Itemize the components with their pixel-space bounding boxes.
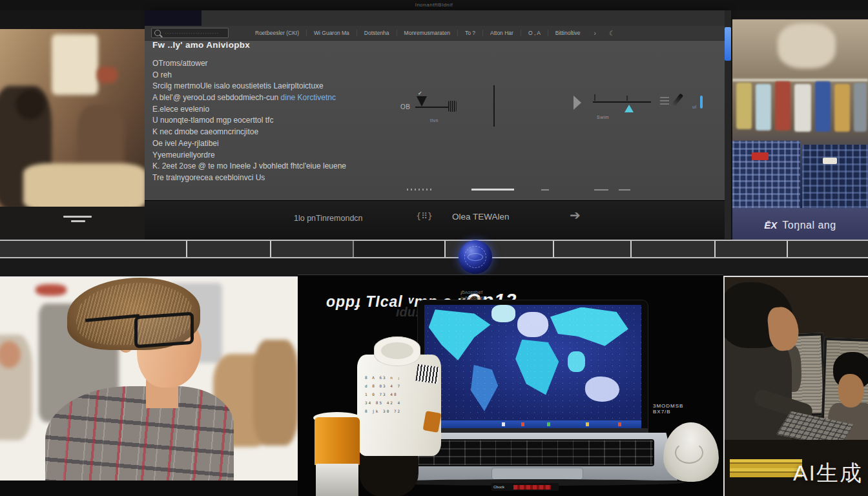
band-divider: [787, 241, 788, 257]
tick-mark: [594, 94, 595, 101]
texture: [823, 158, 837, 164]
band-divider: [630, 241, 632, 257]
status-left-text: 1lo pnTinremondcn: [294, 214, 363, 223]
menu-item-4[interactable]: Monremusmaraten: [397, 30, 457, 36]
dark-strip: [0, 258, 868, 276]
texture: [854, 83, 867, 132]
texture: [52, 34, 98, 95]
person2-face: [838, 374, 864, 408]
menu-item-5[interactable]: To ?: [457, 30, 482, 36]
tiny-top-title: InonantftBldnif: [415, 2, 453, 8]
laptop-hinge: [417, 428, 648, 433]
status-center-text: Olea TEWAlen: [452, 212, 510, 222]
text-line-with-link: A blel'@ yerooLod sebdodmiech-cun dine K…: [152, 92, 514, 104]
right-panel: ĒX Toŋnal ang: [732, 19, 868, 242]
slider-left-label: OB: [400, 103, 410, 110]
note-line: BX7/B: [653, 409, 683, 415]
menu-item-8[interactable]: Bittinoltive: [548, 30, 588, 36]
small-note-text: 3MODMSB BX7/B: [653, 403, 683, 415]
ruler-segment-highlight[interactable]: [471, 189, 514, 191]
menu-item-1[interactable]: Roetbeesler (CKI): [248, 30, 306, 36]
glowing-orb-icon[interactable]: [459, 240, 492, 274]
cafe-photo: [0, 29, 145, 207]
brand-logo: ĒX: [764, 220, 777, 231]
plaid-shirt: [45, 386, 234, 480]
texture: [775, 81, 790, 130]
inline-link[interactable]: dine Korctivetnc: [281, 93, 336, 102]
canister-cap: [374, 336, 420, 366]
laptop-keyboard: [417, 439, 654, 466]
forward-arrow-icon[interactable]: ➔: [570, 207, 581, 223]
text-line: Yyemeuriellyordre: [152, 150, 514, 161]
scrollbar-thumb[interactable]: [725, 27, 731, 61]
layers-icon[interactable]: [660, 97, 669, 105]
taskbar-item: [586, 422, 589, 426]
grip-icon[interactable]: [448, 101, 457, 112]
chevron-right-icon[interactable]: ›: [588, 30, 603, 37]
canister-label-text: 8 A 63 n ; d 8 03 4 7 1 0 73 48 34 85 42…: [365, 373, 413, 415]
slider-left-marker-icon[interactable]: [417, 96, 427, 107]
hamburger-icon[interactable]: [71, 220, 85, 222]
check-icon: ✓: [418, 90, 422, 96]
ruler-segment: [619, 189, 630, 191]
hamburger-icon[interactable]: [63, 216, 92, 218]
document-body: OTroms/attower O reh Srcilg mertmoUle is…: [152, 58, 514, 184]
play-marker-icon[interactable]: [574, 96, 581, 110]
sticker-red-stripe: [513, 485, 551, 490]
text-line: K nec dmobe caeomncrincjitoe: [152, 127, 514, 138]
menu-item-3[interactable]: Dotstenha: [356, 30, 397, 36]
band-divider: [444, 241, 446, 257]
text-line: K. 2eet 2ose @ te mo Ineele J vbohledt f…: [152, 161, 514, 172]
window-tab[interactable]: [145, 10, 202, 26]
ai-watermark: AI生成: [793, 459, 863, 488]
texture: [756, 84, 771, 130]
menu-item-2[interactable]: Wi Guaron Ma: [306, 30, 356, 36]
taskbar-item: [618, 422, 621, 426]
search-input[interactable]: [163, 30, 225, 37]
blue-bar-icon[interactable]: [700, 96, 703, 108]
mug-base: [316, 464, 358, 496]
workers-photo: AI生成: [723, 276, 868, 496]
barcode: [415, 364, 439, 384]
label-row: 8 jk 30 72: [365, 407, 413, 415]
scrollbar-track[interactable]: [725, 10, 731, 239]
vertical-divider: [493, 85, 495, 127]
faint-text: ıdu!: [396, 305, 420, 320]
top-window-strip: InonantftBldnif: [0, 0, 868, 10]
divider-band: [0, 240, 868, 258]
moon-icon[interactable]: ☾: [603, 30, 621, 37]
toolbar-menu: Roetbeesler (CKI) Wi Guaron Ma Dotstenha…: [248, 26, 621, 40]
window-titlebar[interactable]: [145, 10, 726, 26]
texture: [36, 284, 67, 296]
laptop-screen-worldmap: [424, 305, 641, 420]
ruler-segment: [541, 189, 549, 191]
link-prefix: A blel'@ yerooLod sebdodmiech-cun: [152, 93, 281, 102]
texture: [736, 83, 752, 129]
band-divider: [714, 241, 716, 257]
yellow-books: [730, 459, 802, 477]
laptop-scene: oppɟ TIcal ᵛmn ᴏ ĸQp12 ɟƃʌoƨƨbef ípñoebh…: [298, 274, 723, 496]
screenshot-stage: InonantftBldnif Roetbeesler (CKI) Wi Gua…: [0, 0, 868, 496]
text-line: O reh: [152, 70, 514, 81]
slider-right-track[interactable]: [593, 101, 651, 103]
text-line: E.elece evelenio: [152, 104, 514, 116]
search-icon: [154, 30, 161, 36]
label-row: d 8 03 4 7: [365, 382, 413, 390]
map-dots: [424, 305, 641, 420]
code-badge-icon: {⠿}: [416, 211, 433, 221]
texture: [97, 67, 118, 83]
brush-icon[interactable]: [672, 93, 683, 107]
glasses: [134, 312, 194, 348]
text-line: OTroms/attower: [152, 58, 514, 70]
editor-window: Roetbeesler (CKI) Wi Guaron Ma Dotstenha…: [145, 10, 726, 239]
search-box[interactable]: [151, 28, 229, 38]
texture: [794, 84, 811, 132]
ruler-segment: [594, 189, 608, 191]
texture: [815, 81, 831, 132]
menu-item-7[interactable]: O , A: [521, 30, 548, 36]
label-row: 34 85 42 4: [365, 398, 413, 407]
slider-right-marker-icon[interactable]: [625, 105, 634, 112]
menu-item-6[interactable]: Atton Har: [482, 30, 521, 36]
canister-orange-patch: [423, 411, 442, 433]
text-line: U nuonqte-tlamod mgp eocerttol tfc: [152, 115, 514, 127]
